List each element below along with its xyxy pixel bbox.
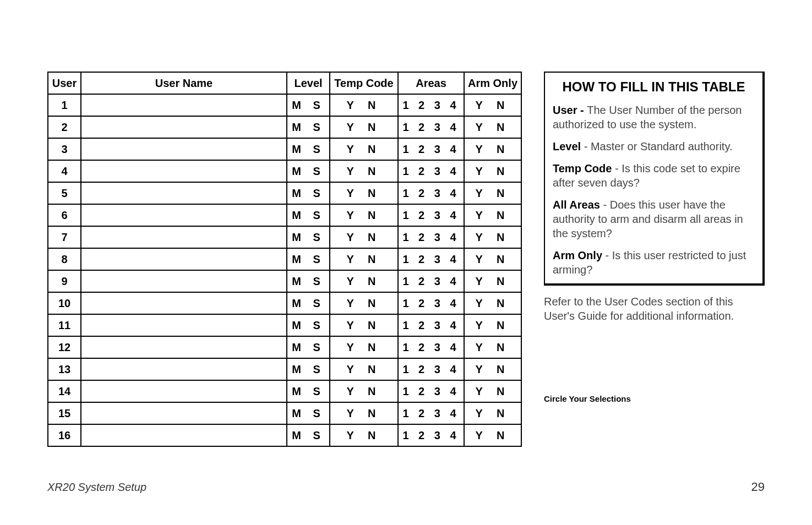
cell-user-number: 14 — [48, 380, 81, 402]
cell-areas[interactable]: 1 2 3 4 — [398, 314, 464, 336]
cell-user-name[interactable] — [81, 182, 287, 204]
cell-user-name[interactable] — [81, 292, 287, 314]
cell-temp-code[interactable]: Y N — [330, 138, 398, 160]
cell-user-name[interactable] — [81, 204, 287, 226]
cell-user-name[interactable] — [81, 138, 287, 160]
cell-arm-only[interactable]: Y N — [464, 116, 521, 138]
cell-arm-only[interactable]: Y N — [464, 336, 521, 358]
cell-level[interactable]: M S — [287, 402, 330, 424]
cell-level[interactable]: M S — [287, 358, 330, 380]
cell-user-number: 15 — [48, 402, 81, 424]
cell-user-name[interactable] — [81, 248, 287, 270]
cell-temp-code[interactable]: Y N — [330, 292, 398, 314]
cell-arm-only[interactable]: Y N — [464, 402, 521, 424]
cell-level[interactable]: M S — [287, 226, 330, 248]
cell-temp-code[interactable]: Y N — [330, 226, 398, 248]
cell-areas[interactable]: 1 2 3 4 — [398, 182, 464, 204]
cell-level[interactable]: M S — [287, 314, 330, 336]
cell-areas[interactable]: 1 2 3 4 — [398, 424, 464, 446]
cell-arm-only[interactable]: Y N — [464, 292, 521, 314]
cell-temp-code[interactable]: Y N — [330, 160, 398, 182]
cell-arm-only[interactable]: Y N — [464, 226, 521, 248]
cell-level[interactable]: M S — [287, 380, 330, 402]
cell-arm-only[interactable]: Y N — [464, 160, 521, 182]
cell-user-number: 1 — [48, 94, 81, 116]
cell-user-name[interactable] — [81, 424, 287, 446]
cell-areas[interactable]: 1 2 3 4 — [398, 380, 464, 402]
cell-areas[interactable]: 1 2 3 4 — [398, 270, 464, 292]
cell-arm-only[interactable]: Y N — [464, 424, 521, 446]
cell-arm-only[interactable]: Y N — [464, 270, 521, 292]
cell-user-number: 11 — [48, 314, 81, 336]
table-row: 6M SY N1 2 3 4Y N — [48, 204, 521, 226]
cell-areas[interactable]: 1 2 3 4 — [398, 116, 464, 138]
cell-temp-code[interactable]: Y N — [330, 182, 398, 204]
table-row: 2M SY N1 2 3 4Y N — [48, 116, 521, 138]
cell-level[interactable]: M S — [287, 182, 330, 204]
cell-level[interactable]: M S — [287, 336, 330, 358]
table-row: 1M SY N1 2 3 4Y N — [48, 94, 521, 116]
cell-level[interactable]: M S — [287, 116, 330, 138]
cell-areas[interactable]: 1 2 3 4 — [398, 336, 464, 358]
cell-user-number: 8 — [48, 248, 81, 270]
cell-arm-only[interactable]: Y N — [464, 248, 521, 270]
cell-user-number: 16 — [48, 424, 81, 446]
table-row: 13M SY N1 2 3 4Y N — [48, 358, 521, 380]
cell-level[interactable]: M S — [287, 292, 330, 314]
cell-temp-code[interactable]: Y N — [330, 270, 398, 292]
cell-user-name[interactable] — [81, 160, 287, 182]
cell-arm-only[interactable]: Y N — [464, 358, 521, 380]
cell-level[interactable]: M S — [287, 138, 330, 160]
table-row: 9M SY N1 2 3 4Y N — [48, 270, 521, 292]
cell-temp-code[interactable]: Y N — [330, 248, 398, 270]
cell-user-name[interactable] — [81, 358, 287, 380]
cell-level[interactable]: M S — [287, 424, 330, 446]
cell-areas[interactable]: 1 2 3 4 — [398, 138, 464, 160]
cell-user-number: 2 — [48, 116, 81, 138]
cell-arm-only[interactable]: Y N — [464, 204, 521, 226]
cell-user-name[interactable] — [81, 94, 287, 116]
cell-user-number: 9 — [48, 270, 81, 292]
cell-temp-code[interactable]: Y N — [330, 424, 398, 446]
cell-areas[interactable]: 1 2 3 4 — [398, 94, 464, 116]
cell-level[interactable]: M S — [287, 94, 330, 116]
cell-areas[interactable]: 1 2 3 4 — [398, 204, 464, 226]
cell-arm-only[interactable]: Y N — [464, 138, 521, 160]
table-row: 3M SY N1 2 3 4Y N — [48, 138, 521, 160]
cell-temp-code[interactable]: Y N — [330, 116, 398, 138]
cell-arm-only[interactable]: Y N — [464, 380, 521, 402]
cell-user-name[interactable] — [81, 380, 287, 402]
footer-title: XR20 System Setup — [47, 481, 146, 494]
cell-user-name[interactable] — [81, 116, 287, 138]
table-row: 15M SY N1 2 3 4Y N — [48, 402, 521, 424]
cell-arm-only[interactable]: Y N — [464, 94, 521, 116]
header-armonly: Arm Only — [464, 72, 521, 94]
cell-temp-code[interactable]: Y N — [330, 94, 398, 116]
cell-level[interactable]: M S — [287, 270, 330, 292]
cell-areas[interactable]: 1 2 3 4 — [398, 358, 464, 380]
cell-level[interactable]: M S — [287, 204, 330, 226]
cell-arm-only[interactable]: Y N — [464, 182, 521, 204]
cell-areas[interactable]: 1 2 3 4 — [398, 248, 464, 270]
cell-user-name[interactable] — [81, 402, 287, 424]
table-row: 4M SY N1 2 3 4Y N — [48, 160, 521, 182]
cell-areas[interactable]: 1 2 3 4 — [398, 402, 464, 424]
cell-temp-code[interactable]: Y N — [330, 314, 398, 336]
cell-level[interactable]: M S — [287, 160, 330, 182]
cell-user-name[interactable] — [81, 336, 287, 358]
cell-user-name[interactable] — [81, 314, 287, 336]
cell-temp-code[interactable]: Y N — [330, 358, 398, 380]
cell-user-name[interactable] — [81, 226, 287, 248]
howto-areas: All Areas - Does this user have the auth… — [553, 198, 755, 240]
cell-areas[interactable]: 1 2 3 4 — [398, 226, 464, 248]
cell-arm-only[interactable]: Y N — [464, 314, 521, 336]
cell-areas[interactable]: 1 2 3 4 — [398, 160, 464, 182]
cell-temp-code[interactable]: Y N — [330, 336, 398, 358]
cell-areas[interactable]: 1 2 3 4 — [398, 292, 464, 314]
cell-user-name[interactable] — [81, 270, 287, 292]
header-user: User — [48, 72, 81, 94]
cell-temp-code[interactable]: Y N — [330, 380, 398, 402]
cell-temp-code[interactable]: Y N — [330, 204, 398, 226]
cell-temp-code[interactable]: Y N — [330, 402, 398, 424]
cell-level[interactable]: M S — [287, 248, 330, 270]
